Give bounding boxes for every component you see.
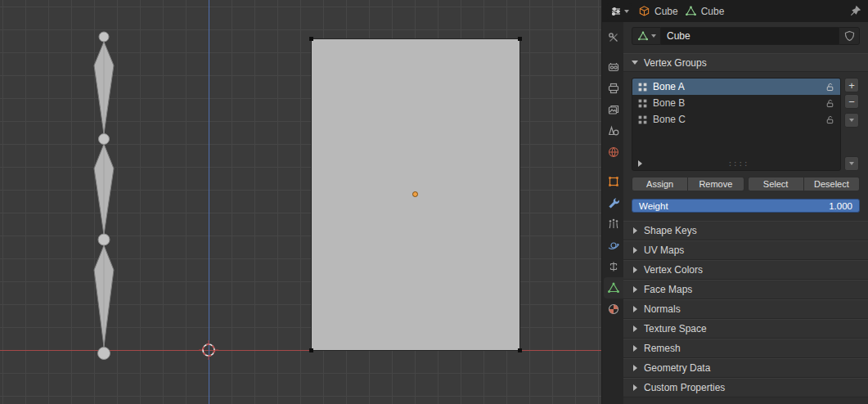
select-button[interactable]: Select [748, 177, 804, 191]
physics-icon [607, 239, 620, 252]
panel-header-normals[interactable]: Normals [623, 299, 868, 319]
viewport-3d[interactable] [0, 0, 601, 404]
panel-title: Custom Properties [644, 382, 725, 393]
triangle-down-icon [849, 162, 854, 165]
properties-content: Cube Vertex Groups B [623, 22, 868, 404]
mesh-data-icon [685, 5, 697, 17]
particles-icon [607, 218, 620, 231]
add-vertex-group-button[interactable]: + [844, 78, 859, 92]
panel-header-vertex-groups[interactable]: Vertex Groups [623, 53, 868, 72]
vertex-group-name: Bone A [653, 81, 820, 92]
panel-title: Normals [644, 303, 681, 315]
vertex-group-icon [637, 114, 648, 125]
vertex-group-icon [637, 98, 648, 109]
vertex-group-name: Bone B [653, 97, 820, 109]
vertex-group-specials-button[interactable] [844, 113, 859, 128]
vertex-group-row[interactable]: Bone A [632, 79, 840, 95]
breadcrumb-object-label: Cube [654, 6, 678, 17]
object-origin-dot [412, 191, 418, 197]
vertex-groups-side-buttons: + − [844, 78, 860, 171]
tab-tool[interactable] [604, 27, 623, 48]
mesh-name-field[interactable]: Cube [661, 27, 839, 45]
assign-button[interactable]: Assign [632, 177, 688, 191]
armature-bones[interactable] [82, 25, 126, 368]
weight-value: 1.000 [829, 201, 852, 211]
tab-view-layer[interactable] [604, 99, 623, 120]
tab-modifiers[interactable] [604, 192, 623, 213]
world-icon [607, 146, 620, 159]
breadcrumb-mesh: Cube [685, 5, 725, 17]
chevron-down-icon [849, 119, 854, 122]
list-resize-grip[interactable]: :::: [642, 159, 834, 168]
vertex-dot [518, 348, 522, 352]
cursor-3d [199, 340, 218, 360]
scene-icon [607, 124, 620, 137]
tab-particles[interactable] [604, 213, 623, 235]
collapsed-panels: Shape Keys UV Maps Vertex Colors Face Ma… [623, 221, 868, 397]
panel-header-texture-space[interactable]: Texture Space [623, 319, 868, 339]
shield-icon [844, 30, 855, 42]
view-layer-icon [607, 103, 620, 116]
fake-user-shield-button[interactable] [839, 27, 860, 45]
object-cube-icon [638, 5, 650, 17]
vertex-group-actions: Assign Remove Select Deselect [632, 177, 860, 191]
remove-button[interactable]: Remove [688, 177, 744, 191]
unlock-icon[interactable] [825, 98, 835, 109]
object-data-icon [607, 281, 620, 294]
cube-object[interactable] [311, 38, 520, 351]
mesh-browse-button[interactable] [632, 27, 661, 45]
unlock-icon[interactable] [825, 114, 835, 125]
editor-type-button[interactable] [607, 3, 632, 20]
panel-title: Vertex Groups [644, 57, 707, 69]
properties-header: Cube Cube [602, 0, 868, 22]
breadcrumb-mesh-label: Cube [701, 6, 725, 17]
panel-header-uv-maps[interactable]: UV Maps [623, 240, 868, 260]
render-icon [607, 61, 620, 74]
pin-icon[interactable] [849, 5, 861, 17]
tab-constraints[interactable] [604, 256, 623, 277]
tab-object-data[interactable] [604, 277, 623, 299]
panel-expanded-icon [632, 61, 638, 65]
tab-material[interactable] [604, 299, 623, 320]
object-icon [607, 175, 620, 188]
chevron-down-icon [651, 34, 656, 38]
panel-header-face-maps[interactable]: Face Maps [623, 280, 868, 299]
breadcrumb-object: Cube [638, 5, 678, 17]
panel-collapsed-icon [633, 227, 637, 234]
panel-title: Texture Space [644, 323, 707, 334]
panel-header-vertex-colors[interactable]: Vertex Colors [623, 260, 868, 280]
panel-header-remesh[interactable]: Remesh [623, 339, 868, 358]
vertex-dot [518, 37, 522, 41]
panel-title: Vertex Colors [644, 264, 703, 276]
vertex-dot [309, 37, 313, 41]
unlock-icon[interactable] [825, 82, 835, 92]
tab-render[interactable] [604, 56, 623, 78]
panel-collapsed-icon [633, 247, 637, 254]
list-filter-footer: :::: [632, 157, 840, 170]
weight-slider[interactable]: Weight 1.000 [632, 199, 860, 213]
output-icon [607, 82, 620, 95]
tab-output[interactable] [604, 78, 623, 99]
tab-physics[interactable] [604, 235, 623, 256]
constraints-icon [607, 260, 620, 273]
modifiers-icon [607, 196, 620, 209]
deselect-button[interactable]: Deselect [804, 177, 860, 191]
tab-scene[interactable] [604, 120, 623, 141]
vertex-groups-body: Bone A Bone B [632, 72, 860, 171]
panel-collapsed-icon [633, 365, 637, 371]
vertex-group-row[interactable]: Bone B [632, 95, 840, 111]
tab-world[interactable] [604, 141, 623, 163]
panel-title: Shape Keys [644, 225, 697, 236]
list-filter-button[interactable] [844, 156, 859, 171]
vertex-group-row[interactable]: Bone C [632, 111, 840, 128]
chevron-down-icon [624, 10, 629, 13]
remove-vertex-group-button[interactable]: − [844, 94, 859, 109]
panel-header-geometry-data[interactable]: Geometry Data [623, 358, 868, 378]
properties-tab-column [602, 22, 623, 404]
panel-header-shape-keys[interactable]: Shape Keys [623, 221, 868, 240]
tab-object[interactable] [604, 171, 623, 192]
panel-header-custom-properties[interactable]: Custom Properties [623, 378, 868, 397]
panel-collapsed-icon [633, 325, 637, 332]
vertex-group-name: Bone C [653, 114, 820, 125]
panel-title: Geometry Data [644, 362, 710, 374]
